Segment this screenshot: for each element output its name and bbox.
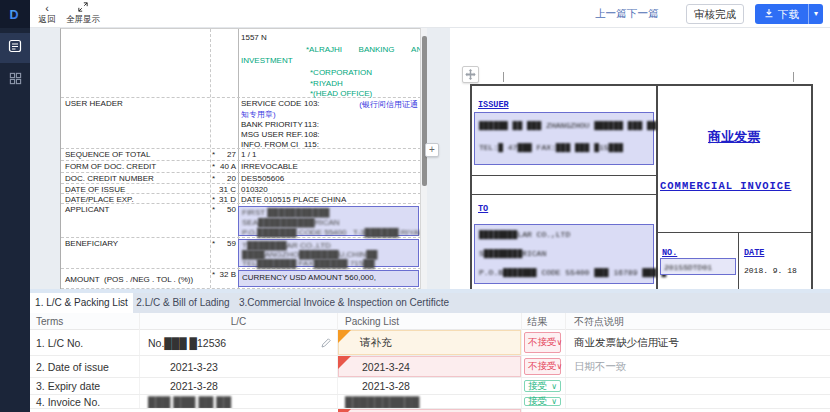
- discrepancy-corner-flag[interactable]: [338, 356, 351, 369]
- caret-down-icon: ▾: [814, 9, 818, 18]
- chevron-down-icon: ∨: [551, 397, 557, 406]
- table-row: 2. Date of issue 2021-3-23 2021-3-24 不接受…: [30, 356, 830, 378]
- result-cell: 不接受∨: [522, 356, 566, 377]
- chevron-down-icon: ∨: [557, 338, 563, 347]
- table-border: [811, 84, 813, 293]
- result-select[interactable]: 接受∨: [524, 397, 561, 406]
- edit-pencil-icon[interactable]: [321, 338, 331, 350]
- field-label: USER HEADER: [65, 99, 123, 108]
- logo-d-icon: D: [6, 5, 24, 23]
- fullscreen-button[interactable]: 全屏显示: [66, 2, 100, 26]
- swift-bank-line: INVESTMENT: [241, 56, 293, 65]
- column-tick: [503, 72, 504, 82]
- invoice-date-value: 2018. 9. 18: [744, 266, 797, 275]
- swift-row-applicant: APPLICANT * 50 FIRST ███████████ SEA████…: [61, 204, 420, 238]
- chevron-down-icon: ∨: [557, 362, 563, 371]
- swift-bank-name: *ALRAJHIBANKINGAND: [306, 45, 420, 54]
- tab-lc-bill-of-lading[interactable]: 2.L/C & Bill of Lading: [133, 293, 233, 313]
- document-workspace: 1557 N *ALRAJHIBANKINGAND INVESTMENT *CO…: [30, 28, 830, 293]
- lc-value-cell: No.███ █12536: [140, 330, 338, 355]
- result-cell: 接受∨: [522, 378, 566, 394]
- discrepancy-note-cell: [566, 395, 830, 408]
- chevron-down-icon: ∨: [551, 382, 557, 391]
- fullscreen-label: 全屏显示: [66, 14, 100, 26]
- topbar: ‹ 返回 全屏显示 上一篇 下一篇 审核完成 下载 ▾: [30, 0, 830, 28]
- swift-row: DOC. CREDIT NUMBER * 20 DES505606: [61, 173, 420, 184]
- sidebar-item-documents[interactable]: [0, 33, 30, 63]
- table-header-row: Terms L/C Packing List 结果 不符点说明: [30, 313, 830, 330]
- commercial-invoice-panel: ISSUER ██████ ██ ███ ZHANGZHOU ██████ ██…: [450, 28, 830, 293]
- result-select[interactable]: 不接受∨: [524, 332, 561, 353]
- header-terms: Terms: [30, 313, 140, 330]
- download-button[interactable]: 下载: [755, 4, 808, 24]
- review-tabbar: 1. L/C & Packing List 2.L/C & Bill of La…: [30, 293, 830, 313]
- packing-value-cell: 请补充: [338, 330, 522, 355]
- back-chevron-icon: ‹: [30, 2, 64, 14]
- amount-highlight-field[interactable]: CURRENCY USD AMOUNT 560,000,: [238, 270, 419, 287]
- to-label: TO: [478, 204, 488, 214]
- invoice-no-highlight-field[interactable]: 2015SDTD01: [660, 258, 736, 275]
- swift-row: DATE OF ISSUE 31 C 010320: [61, 184, 420, 194]
- tab-commercial-invoice-inspection[interactable]: 3.Commercial Invoice & Inspection on Cer…: [233, 293, 455, 313]
- result-cell: 不接受∨: [522, 330, 566, 355]
- invoice-date-label: DATE: [744, 248, 764, 258]
- result-select[interactable]: 接受∨: [524, 380, 561, 392]
- download-dropdown-button[interactable]: ▾: [808, 4, 823, 24]
- lc-value-cell: 2021-3-23: [140, 356, 338, 377]
- zoom-in-button[interactable]: +: [425, 143, 439, 157]
- discrepancy-note-cell: 商业发票缺少信用证号: [566, 330, 830, 355]
- discrepancy-corner-flag[interactable]: [338, 330, 351, 343]
- sidebar: D: [0, 0, 30, 412]
- issuer-highlight-field[interactable]: ██████ ██ ███ ZHANGZHOU ██████ ███ ██ TE…: [474, 112, 654, 165]
- grid-icon: [9, 71, 22, 89]
- swift-lc-document-panel: 1557 N *ALRAJHIBANKINGAND INVESTMENT *CO…: [60, 28, 420, 293]
- swift-row-user-header: USER HEADER SERVICE CODE 103: (银行间信用证通 知…: [61, 98, 420, 149]
- swift-panel-scrollbar: [420, 28, 427, 293]
- term-cell: 2. Date of issue: [30, 356, 140, 377]
- table-border: [656, 232, 812, 233]
- applicant-highlight-field[interactable]: FIRST ███████████ SEA██████████RICAN P.O…: [238, 206, 419, 236]
- issuer-label: ISSUER: [478, 100, 509, 110]
- swift-row-beneficiary: BENEFICIARY * 59 T███████AR CO.,LTD ████…: [61, 238, 420, 269]
- header-result: 结果: [522, 313, 566, 330]
- result-select[interactable]: 不接受∨: [524, 358, 561, 375]
- column-tick: [793, 72, 794, 82]
- table-row: 4. Invoice No. ███ ███ ██ ██ ██████████ …: [30, 395, 830, 409]
- swift-row-header: 1557 N *ALRAJHIBANKINGAND INVESTMENT *CO…: [61, 29, 420, 98]
- back-label: 返回: [30, 14, 64, 26]
- swift-bank-line: *CORPORATION: [310, 68, 372, 77]
- swift-msg-type: 1557 N: [241, 33, 267, 42]
- result-cell: 接受∨: [522, 395, 566, 408]
- swift-row: DATE/PLACE EXP. * 31 D DATE 010515 PLACE…: [61, 194, 420, 204]
- move-handle[interactable]: [462, 66, 479, 83]
- back-button[interactable]: ‹ 返回: [30, 2, 64, 26]
- header-packing-list: Packing List: [338, 313, 522, 330]
- move-arrows-icon: [465, 69, 476, 80]
- svg-text:D: D: [10, 8, 19, 22]
- to-highlight-field[interactable]: ████████LAR CO.,LTD S████████RICAN P.O.B…: [474, 224, 654, 284]
- invoice-no-label: NO.: [662, 248, 677, 258]
- table-border: [656, 84, 658, 293]
- prev-doc-link[interactable]: 上一篇: [595, 7, 627, 21]
- sidebar-item-apps[interactable]: [0, 68, 30, 92]
- invoice-title-cn: 商业发票: [656, 128, 812, 146]
- fullscreen-expand-icon: [66, 2, 100, 14]
- beneficiary-highlight-field[interactable]: T███████AR CO.,LTD ████ANGZHO███████U,CH…: [238, 239, 419, 267]
- discrepancy-note-cell: 日期不一致: [566, 356, 830, 377]
- packing-value-cell: 2021-3-24: [338, 356, 522, 377]
- lc-value-cell: 2021-3-28: [140, 378, 338, 394]
- scrollbar-thumb[interactable]: [422, 36, 427, 186]
- review-section: 1. L/C & Packing List 2.L/C & Bill of La…: [30, 293, 830, 412]
- review-complete-button[interactable]: 审核完成: [686, 4, 744, 24]
- next-doc-link[interactable]: 下一篇: [627, 7, 659, 21]
- bank-seal-note: (银行间信用证通: [359, 99, 418, 110]
- swift-row: SEQUENCE OF TOTAL * 27 1 / 1: [61, 149, 420, 161]
- table-border: [738, 232, 739, 293]
- table-border: [470, 175, 657, 176]
- table-row: 3. Expiry date 2021-3-28 2021-3-28 接受∨: [30, 378, 830, 395]
- app-logo[interactable]: D: [0, 0, 30, 28]
- packing-value-cell: ██████████: [338, 395, 522, 408]
- term-cell: 3. Expiry date: [30, 378, 140, 394]
- plus-icon: +: [429, 144, 435, 155]
- tab-lc-packing-list[interactable]: 1. L/C & Packing List: [30, 293, 133, 313]
